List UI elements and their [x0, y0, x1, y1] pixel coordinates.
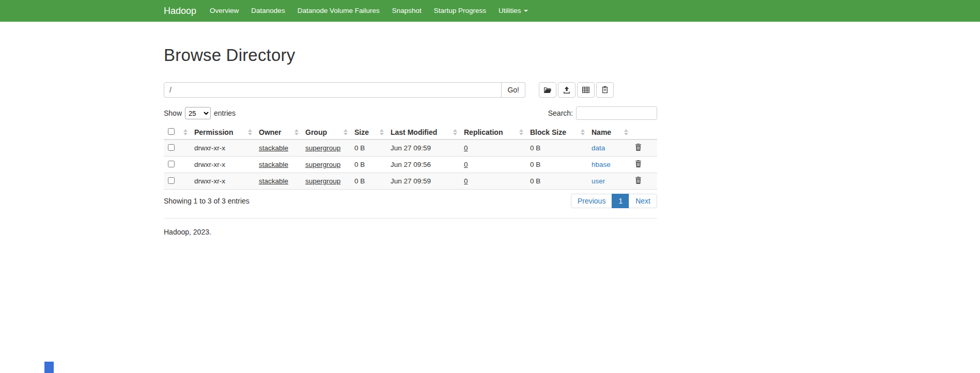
col-header-label: Block Size	[530, 128, 566, 136]
delete-button[interactable]	[635, 144, 642, 151]
col-header-owner[interactable]: Owner	[255, 126, 301, 139]
page-size-select[interactable]: 25	[185, 107, 211, 119]
paste-button[interactable]	[596, 82, 614, 98]
delete-button[interactable]	[635, 160, 642, 167]
caret-down-icon	[524, 10, 528, 12]
sort-icon	[380, 129, 384, 135]
col-header-group[interactable]: Group	[301, 126, 350, 139]
sort-icon	[453, 129, 457, 135]
path-bar: Go!	[164, 82, 657, 98]
col-header-actions	[631, 126, 657, 139]
delete-button[interactable]	[635, 177, 642, 184]
footer-text: Hadoop, 2023.	[164, 228, 657, 236]
directory-path-input[interactable]	[164, 82, 502, 98]
col-header-block-size[interactable]: Block Size	[526, 126, 587, 139]
group-editable[interactable]: supergroup	[305, 161, 340, 168]
size-cell: 0 B	[350, 139, 386, 157]
last-modified-cell: Jun 27 09:59	[386, 139, 460, 157]
nav-item-overview[interactable]: Overview	[204, 0, 245, 22]
permission-cell: drwxr-xr-x	[190, 173, 255, 190]
col-header-label: Group	[305, 128, 327, 136]
row-checkbox[interactable]	[168, 144, 175, 151]
go-button[interactable]: Go!	[502, 82, 525, 98]
col-header-label: Name	[592, 128, 611, 136]
search-input[interactable]	[576, 106, 657, 120]
sort-icon	[248, 129, 252, 135]
table-row: drwxr-xr-x stackable supergroup 0 B Jun …	[164, 139, 657, 157]
brand-hadoop[interactable]: Hadoop	[164, 6, 196, 17]
table-row: drwxr-xr-x stackable supergroup 0 B Jun …	[164, 173, 657, 190]
owner-editable[interactable]: stackable	[259, 177, 288, 185]
col-header-label: Replication	[464, 128, 503, 136]
col-header-label: Last Modified	[391, 128, 437, 136]
upload-files-button[interactable]	[558, 82, 575, 98]
sort-icon	[183, 129, 188, 135]
clipboard-icon	[601, 86, 609, 94]
col-header-last-modified[interactable]: Last Modified	[386, 126, 460, 139]
navbar: Hadoop Overview Datanodes Datanode Volum…	[0, 0, 980, 22]
nav-item-utilities-dropdown[interactable]: Utilities	[492, 0, 534, 22]
replication-editable[interactable]: 0	[464, 144, 468, 152]
nav-item-datanodes[interactable]: Datanodes	[245, 0, 291, 22]
last-modified-cell: Jun 27 09:59	[386, 173, 460, 190]
col-header-name[interactable]: Name	[587, 126, 631, 139]
path-input-group: Go!	[164, 82, 525, 98]
last-modified-cell: Jun 27 09:56	[386, 157, 460, 173]
sort-icon	[344, 129, 348, 135]
col-header-label: Size	[354, 128, 369, 136]
row-checkbox[interactable]	[168, 161, 175, 167]
sort-icon	[581, 129, 585, 135]
directory-link[interactable]: hbase	[592, 161, 611, 168]
col-header-label: Owner	[259, 128, 282, 136]
nav-item-startup-progress[interactable]: Startup Progress	[428, 0, 492, 22]
sort-icon	[624, 129, 628, 135]
select-all-checkbox[interactable]	[168, 128, 175, 135]
col-header-replication[interactable]: Replication	[460, 126, 526, 139]
pagination-next[interactable]: Next	[629, 194, 657, 208]
navbar-inner: Hadoop Overview Datanodes Datanode Volum…	[156, 0, 980, 22]
offscreen-window-fragment	[44, 362, 54, 373]
page-title: Browse Directory	[164, 45, 657, 65]
nav-item-utilities-label: Utilities	[499, 7, 521, 14]
row-checkbox[interactable]	[168, 177, 175, 184]
size-cell: 0 B	[350, 157, 386, 173]
sort-icon	[519, 129, 523, 135]
permission-cell: drwxr-xr-x	[190, 157, 255, 173]
nav-item-snapshot[interactable]: Snapshot	[386, 0, 428, 22]
block-size-cell: 0 B	[526, 157, 587, 173]
group-editable[interactable]: supergroup	[305, 144, 340, 152]
create-directory-button[interactable]	[539, 82, 556, 98]
permission-cell: drwxr-xr-x	[190, 139, 255, 157]
directory-link[interactable]: data	[592, 144, 605, 152]
pagination-previous[interactable]: Previous	[571, 194, 612, 208]
col-header-select-all[interactable]	[164, 126, 190, 139]
table-controls: Show 25 entries Search:	[164, 106, 657, 120]
pagination-page-1[interactable]: 1	[612, 194, 629, 208]
trash-icon	[635, 145, 642, 152]
col-header-label: Permission	[194, 128, 233, 136]
directory-table: Permission Owner Group Size Last Modifie…	[164, 126, 657, 190]
table-footer: Showing 1 to 3 of 3 entries Previous 1 N…	[164, 194, 657, 208]
trash-icon	[635, 178, 642, 185]
replication-editable[interactable]: 0	[464, 161, 468, 168]
upload-icon	[563, 86, 571, 94]
cut-copy-button[interactable]	[577, 82, 595, 98]
col-header-size[interactable]: Size	[350, 126, 386, 139]
folder-open-icon	[543, 86, 552, 94]
page-length-control: Show 25 entries	[164, 107, 236, 119]
col-header-permission[interactable]: Permission	[190, 126, 255, 139]
replication-editable[interactable]: 0	[464, 177, 468, 185]
group-editable[interactable]: supergroup	[305, 177, 340, 185]
trash-icon	[635, 161, 642, 169]
nav-item-datanode-volume-failures[interactable]: Datanode Volume Failures	[291, 0, 386, 22]
owner-editable[interactable]: stackable	[259, 161, 288, 168]
entries-info: Showing 1 to 3 of 3 entries	[164, 197, 250, 205]
size-cell: 0 B	[350, 173, 386, 190]
search-control: Search:	[548, 106, 657, 120]
directory-link[interactable]: user	[592, 177, 605, 185]
block-size-cell: 0 B	[526, 139, 587, 157]
table-row: drwxr-xr-x stackable supergroup 0 B Jun …	[164, 157, 657, 173]
sort-icon	[294, 129, 299, 135]
owner-editable[interactable]: stackable	[259, 144, 288, 152]
table-icon	[582, 86, 590, 94]
